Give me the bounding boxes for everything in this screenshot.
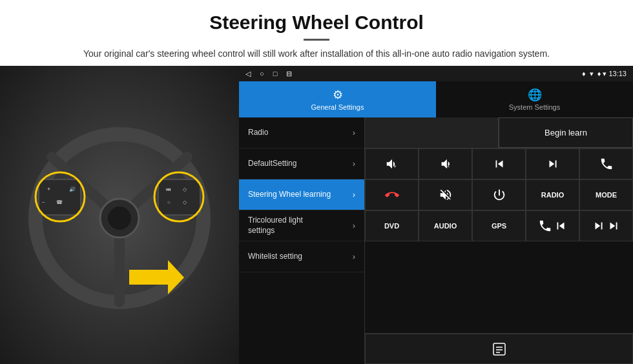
svg-point-5 — [108, 207, 131, 230]
svg-text:◇: ◇ — [183, 199, 187, 205]
menu-item-radio-label: Radio — [248, 128, 268, 138]
home-nav-icon[interactable]: ○ — [260, 70, 264, 77]
svg-text:🔊: 🔊 — [69, 186, 76, 192]
mute-button[interactable] — [419, 179, 472, 210]
gps-label: GPS — [492, 222, 506, 230]
android-panel: ◁ ○ □ ⊟ ♦ ▾ ♦ ▾ 13:13 ⚙ General Settings — [239, 66, 633, 364]
steering-wheel-svg: + 🔊 − ☎ ⏮ ◇ ○ ◇ — [10, 118, 229, 312]
title-divider — [304, 39, 329, 41]
skip2-icon — [607, 219, 621, 233]
audio-button[interactable]: AUDIO — [419, 210, 472, 241]
status-bar: ◁ ○ □ ⊟ ♦ ▾ ♦ ▾ 13:13 — [239, 66, 633, 81]
main-content: Radio › DefaultSetting › Steering Wheel … — [239, 117, 633, 364]
phone-prev-button[interactable] — [526, 210, 579, 241]
location-icon: ♦ — [582, 70, 586, 77]
page-title: Steering Wheel Control — [39, 12, 594, 34]
image-panel: + 🔊 − ☎ ⏮ ◇ ○ ◇ — [0, 66, 239, 364]
menu-panel: Radio › DefaultSetting › Steering Wheel … — [239, 117, 365, 364]
menu-item-tricoloured-label: Tricoloured lightsettings — [248, 216, 303, 236]
chevron-icon: › — [353, 252, 355, 261]
begin-learn-button[interactable]: Begin learn — [499, 117, 633, 148]
empty-input-box — [365, 117, 499, 148]
svg-rect-21 — [493, 343, 505, 355]
svg-text:⏮: ⏮ — [166, 187, 171, 192]
power-button[interactable] — [472, 179, 526, 210]
header-section: Steering Wheel Control Your original car… — [0, 0, 633, 66]
bottom-row — [365, 333, 633, 364]
prev-track-button[interactable] — [472, 148, 526, 179]
svg-text:−: − — [446, 164, 450, 170]
svg-text:−: − — [42, 199, 45, 205]
system-settings-icon: 🌐 — [528, 88, 542, 102]
svg-text:☎: ☎ — [56, 199, 63, 205]
steering-wheel-bg: + 🔊 − ☎ ⏮ ◇ ○ ◇ — [0, 66, 239, 364]
status-nav-icons: ◁ ○ □ ⊟ — [245, 70, 292, 78]
skip-fwd-button[interactable] — [579, 210, 633, 241]
chevron-icon: › — [353, 221, 355, 230]
status-icons: ♦ ▾ ♦ ▾ 13:13 — [582, 70, 627, 78]
button-grid: + − — [365, 148, 633, 333]
clock: ♦ ▾ 13:13 — [597, 70, 627, 78]
prev-track-icon — [492, 157, 506, 171]
svg-text:○: ○ — [167, 199, 171, 205]
dvd-label: DVD — [384, 222, 399, 230]
call-end-icon — [385, 188, 399, 202]
tab-system-settings[interactable]: 🌐 System Settings — [436, 81, 633, 117]
mute-icon — [439, 188, 453, 202]
mode-label: MODE — [596, 191, 617, 199]
grid-panel: Begin learn + − — [365, 117, 633, 364]
tab-system-label: System Settings — [509, 103, 560, 111]
chevron-icon: › — [353, 190, 355, 199]
vol-down-button[interactable]: − — [419, 148, 472, 179]
chevron-icon: › — [353, 128, 355, 137]
tab-general-label: General Settings — [311, 103, 364, 111]
menu-item-whitelist[interactable]: Whitelist setting › — [239, 241, 364, 272]
menu-item-steering-label: Steering Wheel learning — [248, 190, 331, 200]
radio-button[interactable]: RADIO — [526, 179, 579, 210]
svg-rect-11 — [158, 179, 200, 215]
svg-text:◇: ◇ — [183, 187, 187, 192]
tab-bar: ⚙ General Settings 🌐 System Settings — [239, 81, 633, 117]
call-end-button[interactable] — [365, 179, 419, 210]
next-track-button[interactable] — [526, 148, 579, 179]
top-row: Begin learn — [365, 117, 633, 148]
next-track-icon — [546, 157, 560, 171]
wifi-icon: ▾ — [590, 70, 594, 78]
svg-rect-6 — [39, 179, 81, 215]
dvd-button[interactable]: DVD — [365, 210, 419, 241]
menu-item-defaultsetting-label: DefaultSetting — [248, 159, 296, 169]
phone-small-icon — [538, 219, 552, 233]
phone-icon — [599, 157, 614, 171]
subtitle: Your original car's steering wheel contr… — [65, 47, 568, 61]
svg-text:+: + — [393, 164, 396, 170]
vol-up-button[interactable]: + — [365, 148, 419, 179]
vol-down-icon: − — [439, 157, 453, 171]
menu-item-whitelist-label: Whitelist setting — [248, 252, 302, 262]
phone-button[interactable] — [579, 148, 633, 179]
whitelist-icon — [492, 341, 507, 357]
gps-button[interactable]: GPS — [472, 210, 526, 241]
menu-item-tricoloured[interactable]: Tricoloured lightsettings › — [239, 210, 364, 241]
skip-icon — [592, 219, 606, 233]
general-settings-icon: ⚙ — [333, 88, 343, 102]
menu-item-defaultsetting[interactable]: DefaultSetting › — [239, 148, 364, 179]
recents-nav-icon[interactable]: □ — [273, 70, 278, 77]
power-icon — [492, 188, 506, 202]
radio-label: RADIO — [541, 191, 564, 199]
prev-small-icon — [554, 219, 568, 233]
audio-label: AUDIO — [434, 222, 457, 230]
tab-general-settings[interactable]: ⚙ General Settings — [239, 81, 436, 117]
back-nav-icon[interactable]: ◁ — [245, 70, 251, 78]
chevron-icon: › — [353, 159, 355, 168]
whitelist-icon-button[interactable] — [365, 334, 633, 364]
content-section: + 🔊 − ☎ ⏮ ◇ ○ ◇ — [0, 66, 633, 364]
menu-item-radio[interactable]: Radio › — [239, 117, 364, 148]
svg-text:+: + — [47, 186, 50, 192]
menu-item-steering[interactable]: Steering Wheel learning › — [239, 179, 364, 210]
mode-button[interactable]: MODE — [579, 179, 633, 210]
page-wrapper: Steering Wheel Control Your original car… — [0, 0, 633, 364]
vol-up-icon: + — [385, 157, 399, 171]
menu-nav-icon[interactable]: ⊟ — [286, 70, 292, 78]
